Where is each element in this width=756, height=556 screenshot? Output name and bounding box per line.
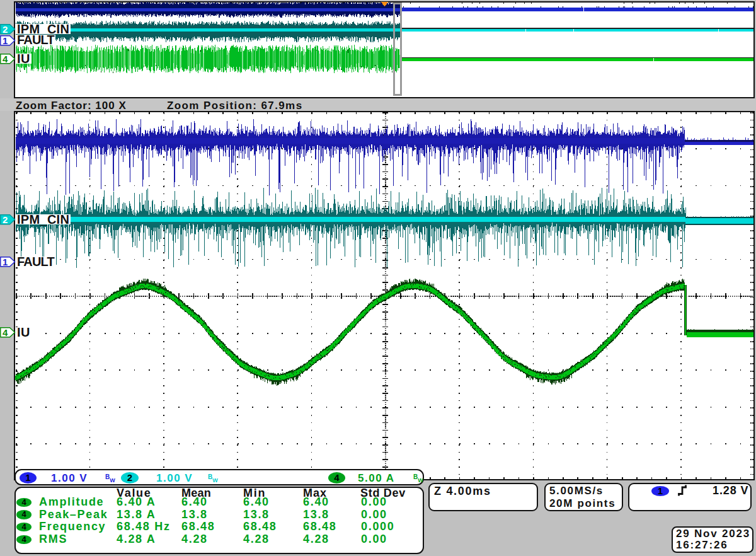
svg-text:4: 4 (3, 54, 8, 64)
svg-text:1: 1 (3, 35, 8, 46)
svg-text:2: 2 (3, 24, 8, 35)
svg-text:2: 2 (3, 214, 8, 225)
svg-text:4: 4 (3, 327, 8, 338)
svg-text:1: 1 (3, 257, 8, 267)
